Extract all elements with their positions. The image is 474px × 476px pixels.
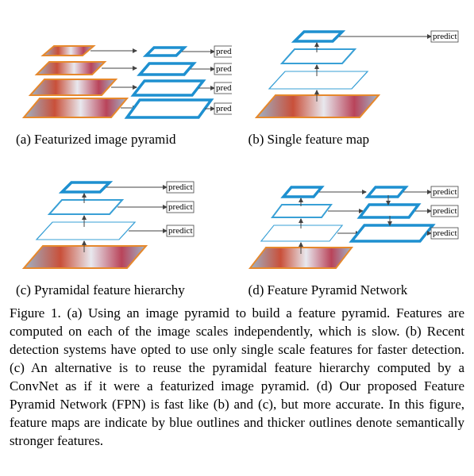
panel-a-caption: (a) Featurized image pyramid [10, 132, 233, 148]
svg-marker-54 [352, 225, 433, 241]
predict-label: predict [216, 83, 232, 92]
svg-marker-8 [127, 100, 211, 117]
figure-grid: predict predict predict predict (a) Feat… [10, 10, 464, 298]
predict-label: predict [216, 103, 232, 113]
panel-a: predict predict predict predict (a) Feat… [10, 10, 233, 148]
diagram-d: predict predict predict [242, 160, 464, 279]
svg-marker-53 [360, 205, 418, 217]
predict-label: predict [433, 186, 457, 196]
svg-marker-20 [256, 95, 379, 117]
svg-marker-9 [133, 81, 203, 95]
svg-marker-3 [43, 46, 94, 56]
svg-marker-0 [24, 98, 127, 117]
predict-label: predict [168, 182, 193, 191]
predict-label: predict [168, 202, 193, 211]
svg-marker-29 [24, 246, 146, 268]
figure-caption: Figure 1. (a) Using an image pyramid to … [10, 305, 464, 451]
panel-d-caption: (d) Feature Pyramid Network [242, 282, 465, 298]
svg-marker-10 [140, 63, 194, 75]
svg-marker-1 [30, 79, 116, 95]
svg-marker-22 [282, 49, 355, 63]
svg-marker-31 [49, 200, 122, 214]
svg-marker-44 [272, 205, 331, 217]
svg-marker-11 [146, 48, 184, 56]
svg-marker-21 [269, 71, 368, 89]
svg-marker-2 [37, 62, 105, 75]
panel-b: predict (b) Single feature map [242, 10, 465, 148]
panel-c: predict predict predict (c) Pyramidal fe… [10, 160, 233, 298]
predict-label: predict [216, 63, 232, 73]
predict-label: predict [433, 31, 457, 40]
figure-caption-text: (a) Using an image pyramid to build a fe… [10, 305, 464, 448]
diagram-a: predict predict predict predict [10, 10, 232, 129]
diagram-c: predict predict predict [10, 160, 232, 279]
diagram-b: predict [242, 10, 464, 129]
svg-marker-45 [283, 187, 322, 197]
svg-marker-23 [295, 32, 342, 41]
panel-c-caption: (c) Pyramidal feature hierarchy [10, 282, 233, 298]
predict-label: predict [433, 205, 457, 215]
panel-b-caption: (b) Single feature map [242, 132, 465, 148]
svg-marker-52 [368, 187, 406, 197]
predict-label: predict [433, 228, 457, 237]
svg-marker-30 [37, 222, 135, 240]
svg-marker-43 [261, 225, 342, 241]
predict-label: predict [168, 225, 193, 235]
figure-number: Figure 1. [10, 305, 61, 321]
svg-marker-32 [62, 182, 110, 192]
panel-d: predict predict predict (d) Feature Pyra… [242, 160, 465, 298]
predict-label: predict [216, 46, 232, 56]
